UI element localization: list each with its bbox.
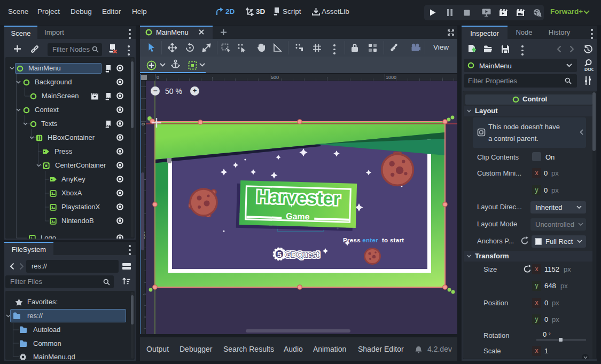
svg-text:DOC: DOC [584, 67, 594, 72]
